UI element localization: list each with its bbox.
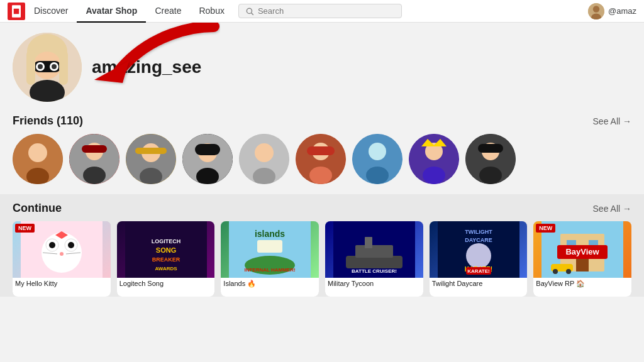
svg-rect-25 xyxy=(82,145,107,153)
user-menu[interactable]: @amaz xyxy=(588,3,636,19)
svg-point-41 xyxy=(309,167,332,184)
list-item[interactable]: NEW BayView xyxy=(533,221,631,297)
list-item[interactable]: LOGITECH SONG BREAKER AWARDS Logitech So… xyxy=(117,221,215,297)
game-title: Twilight Daycare xyxy=(430,278,528,297)
game-thumbnail: islands INFERNAL HAMMER! xyxy=(221,221,319,278)
list-item[interactable] xyxy=(352,134,402,184)
svg-text:islands: islands xyxy=(255,229,285,239)
game-title: Military Tycoon xyxy=(325,278,423,297)
svg-text:KARATE!: KARATE! xyxy=(467,268,489,274)
list-item[interactable]: BATTLE CRUISER! Military Tycoon xyxy=(325,221,423,297)
svg-line-4 xyxy=(252,13,253,14)
profile-avatar xyxy=(13,33,82,102)
continue-section: Continue See All → NEW xyxy=(0,194,644,297)
svg-point-91 xyxy=(553,269,558,274)
friends-title: Friends (110) xyxy=(13,114,83,128)
search-input[interactable] xyxy=(258,6,395,16)
svg-rect-40 xyxy=(307,146,335,155)
list-item[interactable] xyxy=(13,134,63,184)
games-row: NEW xyxy=(13,221,631,297)
nav-create[interactable]: Create xyxy=(146,0,190,23)
search-icon xyxy=(245,7,254,16)
svg-text:BREAKER: BREAKER xyxy=(152,256,180,263)
svg-rect-17 xyxy=(26,50,35,85)
svg-point-15 xyxy=(52,64,57,69)
list-item[interactable] xyxy=(69,134,119,184)
game-title: Logitech Song xyxy=(117,278,215,297)
main-content: amazing_see Friends (110) See All → xyxy=(0,23,644,297)
svg-point-36 xyxy=(255,143,274,162)
game-thumbnail: BATTLE CRUISER! xyxy=(325,221,423,278)
list-item[interactable]: NEW xyxy=(13,221,111,297)
svg-text:BATTLE CRUISER!: BATTLE CRUISER! xyxy=(352,268,397,274)
svg-text:LOGITECH: LOGITECH xyxy=(151,238,180,244)
svg-point-43 xyxy=(369,143,386,160)
new-badge: NEW xyxy=(15,224,35,233)
svg-point-26 xyxy=(83,167,106,184)
username-label: @amaz xyxy=(608,6,636,16)
profile-username: amazing_see xyxy=(92,57,201,77)
list-item[interactable] xyxy=(296,134,346,184)
search-bar xyxy=(238,4,402,18)
nav-avatar-shop[interactable]: Avatar Shop xyxy=(77,0,146,23)
svg-text:DAYCARE: DAYCARE xyxy=(465,237,492,243)
svg-rect-76 xyxy=(365,237,372,248)
new-badge: NEW xyxy=(536,224,555,233)
nav-discover[interactable]: Discover xyxy=(25,0,77,23)
svg-point-6 xyxy=(593,6,599,12)
friends-header: Friends (110) See All → xyxy=(13,114,631,128)
list-item[interactable] xyxy=(465,134,516,184)
game-title: My Hello Kitty xyxy=(13,278,111,297)
list-item[interactable] xyxy=(409,134,459,184)
game-title: Islands 🔥 xyxy=(221,278,319,297)
profile-section: amazing_see xyxy=(13,33,631,102)
svg-rect-2 xyxy=(14,8,19,13)
svg-point-14 xyxy=(38,64,43,69)
list-item[interactable]: islands INFERNAL HAMMER! Islands 🔥 xyxy=(221,221,319,297)
svg-point-52 xyxy=(479,167,502,184)
continue-title: Continue xyxy=(13,202,62,215)
svg-rect-29 xyxy=(135,148,167,154)
roblox-logo-icon[interactable] xyxy=(8,3,25,20)
friends-section: Friends (110) See All → xyxy=(13,114,631,184)
svg-rect-51 xyxy=(478,144,503,153)
svg-rect-18 xyxy=(59,50,68,85)
game-thumbnail: NEW BayView xyxy=(533,221,631,278)
list-item[interactable] xyxy=(239,134,289,184)
game-thumbnail: TWILIGHT DAYCARE KARATE! KARATE! xyxy=(430,221,528,278)
game-thumbnail: LOGITECH SONG BREAKER AWARDS xyxy=(117,221,215,278)
svg-point-92 xyxy=(566,269,571,274)
svg-text:SONG: SONG xyxy=(155,246,175,254)
svg-point-60 xyxy=(60,252,64,256)
svg-point-57 xyxy=(49,242,55,248)
svg-point-44 xyxy=(366,167,389,184)
friends-row xyxy=(13,134,631,184)
continue-header: Continue See All → xyxy=(13,202,631,215)
list-item[interactable] xyxy=(126,134,176,184)
svg-text:INFERNAL HAMMER!: INFERNAL HAMMER! xyxy=(245,267,296,273)
svg-rect-33 xyxy=(195,144,220,155)
svg-point-48 xyxy=(423,167,445,184)
profile-info: amazing_see xyxy=(92,57,201,77)
svg-rect-75 xyxy=(355,245,393,258)
list-item[interactable] xyxy=(182,134,233,184)
svg-point-21 xyxy=(28,143,47,162)
friends-see-all[interactable]: See All → xyxy=(593,116,631,126)
svg-point-3 xyxy=(247,8,252,13)
list-item[interactable]: TWILIGHT DAYCARE KARATE! KARATE! Twiligh… xyxy=(430,221,528,297)
svg-text:TWILIGHT: TWILIGHT xyxy=(465,229,492,235)
svg-rect-70 xyxy=(257,240,282,253)
svg-text:BayView: BayView xyxy=(566,247,600,256)
svg-text:AWARDS: AWARDS xyxy=(155,266,177,272)
game-thumbnail: NEW xyxy=(13,221,111,278)
svg-point-58 xyxy=(68,242,74,248)
nav-robux[interactable]: Robux xyxy=(190,0,233,23)
user-avatar-small xyxy=(588,3,604,19)
continue-see-all[interactable]: See All → xyxy=(593,204,631,214)
game-title: BayView RP 🏠 xyxy=(533,278,631,297)
svg-point-81 xyxy=(466,243,491,268)
navbar: Discover Avatar Shop Create Robux @amaz xyxy=(0,0,644,23)
